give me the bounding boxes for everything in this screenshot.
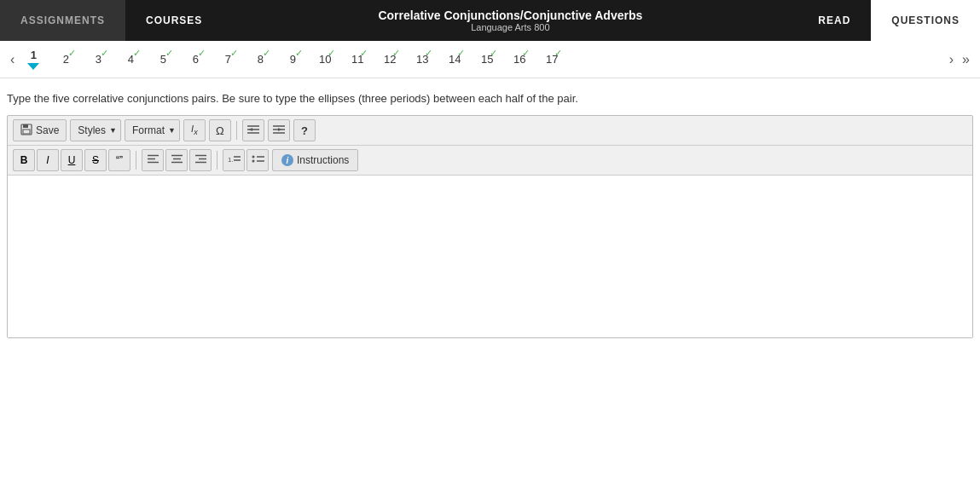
page-numbers: 1 ✓ 2 ✓ 3 ✓ 4 ✓ 5 ✓ 6 ✓ 7 ✓ 8 [18,49,945,70]
nav-read[interactable]: READ [797,0,871,41]
page-9[interactable]: ✓ 9 [277,53,308,66]
page-2[interactable]: ✓ 2 [50,53,81,66]
italic-button[interactable]: I [37,149,59,171]
nav-end-buttons: › » [946,52,973,67]
toolbar-separator-2 [136,151,136,170]
list-group: 1. [223,149,269,171]
format-dropdown[interactable]: Format ▼ [125,119,180,141]
styles-chevron-icon: ▼ [109,126,117,135]
fast-next-button[interactable]: » [959,52,973,67]
pagination-row: ‹ 1 ✓ 2 ✓ 3 ✓ 4 ✓ 5 ✓ 6 ✓ 7 [0,41,980,78]
alignment-group [142,149,212,171]
page-1[interactable]: 1 [18,49,49,70]
indent-icon [273,124,285,137]
page-13[interactable]: ✓ 13 [407,53,438,66]
next-page-button[interactable]: › [946,52,957,67]
align-left-icon [148,154,159,166]
outdent-icon [247,124,259,137]
nav-courses[interactable]: COURSES [125,0,223,41]
page-4[interactable]: ✓ 4 [115,53,146,66]
editor-wrapper: Save Styles ▼ Format ▼ Ix Ω [7,115,973,338]
page-16[interactable]: ✓ 16 [504,53,535,66]
unordered-list-icon [252,154,264,166]
page-7[interactable]: ✓ 7 [212,53,243,66]
nav-questions[interactable]: QUESTIONS [871,0,980,41]
help-button[interactable]: ? [293,119,316,141]
strikethrough-button[interactable]: S [84,149,107,171]
page-3[interactable]: ✓ 3 [83,53,113,66]
nav-assignments[interactable]: ASSIGNMENTS [0,0,125,41]
save-icon [20,124,32,138]
page-8[interactable]: ✓ 8 [245,53,275,66]
align-center-button[interactable] [165,149,188,171]
instructions-button[interactable]: i Instructions [272,149,358,171]
page-12[interactable]: ✓ 12 [374,53,405,66]
content-area: Type the five correlative conjunctions p… [0,78,980,345]
ordered-list-button[interactable]: 1. [223,149,245,171]
save-button[interactable]: Save [13,119,67,141]
svg-marker-10 [278,128,281,131]
text-format-group: B I U S “” [13,149,130,171]
svg-rect-2 [23,130,30,134]
align-left-button[interactable] [142,149,164,171]
align-right-icon [195,154,206,166]
align-right-button[interactable] [189,149,212,171]
italic-x-button[interactable]: Ix [183,119,206,141]
instruction-text: Type the five correlative conjunctions p… [7,92,973,105]
lesson-subtitle: Language Arts 800 [471,22,549,32]
svg-point-24 [252,160,254,163]
toolbar-row1: Save Styles ▼ Format ▼ Ix Ω [8,116,972,146]
bold-button[interactable]: B [13,149,35,171]
indent-button[interactable] [268,119,290,141]
top-nav: ASSIGNMENTS COURSES Correlative Conjunct… [0,0,980,41]
page-10[interactable]: ✓ 10 [310,53,340,66]
svg-rect-1 [23,124,28,128]
ordered-list-icon: 1. [228,154,241,166]
page-17[interactable]: ✓ 17 [536,53,567,66]
page-15[interactable]: ✓ 15 [472,53,502,66]
outdent-button[interactable] [242,119,264,141]
blockquote-button[interactable]: “” [108,149,130,171]
editor-body[interactable] [8,176,972,337]
info-icon: i [281,154,293,166]
lesson-title: Correlative Conjunctions/Conjunctive Adv… [378,9,642,22]
nav-center-info: Correlative Conjunctions/Conjunctive Adv… [223,0,797,41]
styles-dropdown[interactable]: Styles ▼ [70,119,121,141]
question-mark-icon: ? [301,124,308,137]
align-center-icon [171,154,183,166]
svg-text:1.: 1. [228,156,234,164]
page-5[interactable]: ✓ 5 [148,53,178,66]
toolbar-separator-1 [236,121,237,140]
unordered-list-button[interactable] [246,149,269,171]
page-6[interactable]: ✓ 6 [180,53,211,66]
underline-button[interactable]: U [61,149,83,171]
format-chevron-icon: ▼ [168,126,176,135]
svg-point-23 [252,156,254,158]
toolbar-row2: B I U S “” [8,146,972,176]
prev-page-button[interactable]: ‹ [7,52,18,67]
toolbar-separator-3 [217,151,217,170]
page-14[interactable]: ✓ 14 [439,53,470,66]
omega-button[interactable]: Ω [209,119,231,141]
svg-marker-6 [249,128,252,131]
page-11[interactable]: ✓ 11 [342,53,373,66]
